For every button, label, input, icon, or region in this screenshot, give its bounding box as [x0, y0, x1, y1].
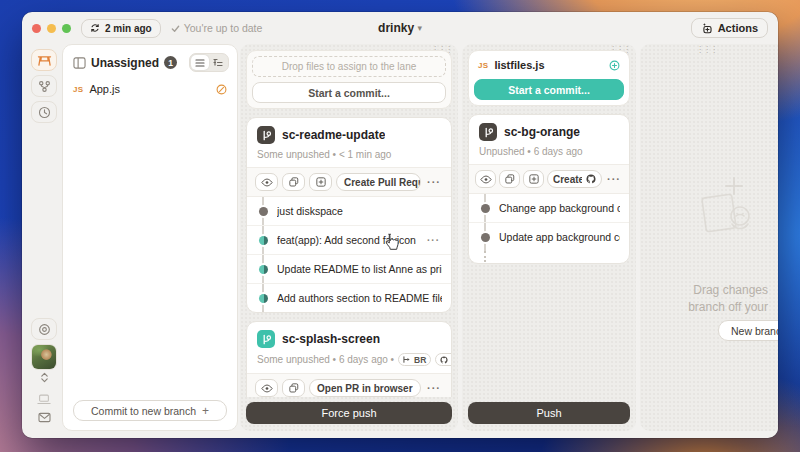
app-window: 2 min ago You're up to date drinky ▾ Act… — [22, 12, 778, 438]
feedback-button[interactable] — [31, 412, 57, 423]
added-status-icon — [609, 60, 620, 71]
clock-icon — [38, 106, 51, 119]
uncommitted-card: Drop files to assign to the lane Start a… — [246, 50, 452, 109]
branch-header[interactable]: sc-bg-orange Unpushed • 6 days ago — [469, 115, 629, 164]
minimize-window-button[interactable] — [47, 24, 56, 33]
copy-icon — [289, 383, 299, 393]
copy-branch-button[interactable] — [282, 379, 305, 397]
commit-to-new-branch-button[interactable]: Commit to new branch + — [73, 400, 227, 421]
br-chip-label: BR — [414, 355, 426, 365]
new-branch-label: New branch — [731, 325, 778, 337]
add-pr-number-button[interactable] — [309, 173, 332, 191]
review-button[interactable] — [255, 173, 278, 191]
commit-row[interactable]: Change app background color t... — [469, 194, 629, 223]
branch-header[interactable]: sc-splash-screen Some unpushed • 6 days … — [247, 322, 451, 373]
file-row-listfiles[interactable]: JS listfiles.js — [474, 56, 624, 74]
pr-chip[interactable]: PR — [435, 353, 452, 366]
branch-meta-text: Some unpushed • < 1 min ago — [257, 149, 391, 160]
start-commit-button[interactable]: Start a commit... — [474, 79, 624, 100]
drop-hint: Drop files to assign to the lane — [282, 61, 417, 72]
sync-label: 2 min ago — [105, 23, 152, 34]
unassigned-header: Unassigned 1 — [63, 45, 237, 78]
branch-icon — [257, 330, 275, 348]
copy-branch-button[interactable] — [499, 170, 520, 188]
status-up-to-date: You're up to date — [171, 22, 263, 34]
file-name: listfiles.js — [494, 59, 544, 71]
new-branch-button[interactable]: New branch — [718, 320, 778, 341]
list-icon — [195, 59, 205, 67]
list-view-button[interactable] — [191, 55, 209, 70]
device-button[interactable] — [31, 394, 57, 405]
square-plus-icon — [529, 174, 539, 184]
drag-illustration — [696, 174, 762, 244]
review-button[interactable] — [255, 379, 278, 397]
eye-icon — [261, 384, 273, 393]
branch-menu-button[interactable]: ··· — [605, 173, 623, 185]
create-pr-label: Create Pull Request — [344, 177, 421, 188]
close-window-button[interactable] — [32, 24, 41, 33]
commit-row[interactable]: Add authors section to README file — [247, 284, 451, 312]
branch-meta: Some unpushed • < 1 min ago — [257, 149, 441, 160]
settings-button[interactable] — [31, 318, 57, 340]
lane-scroll-area[interactable]: JS listfiles.js Start a commit... — [468, 50, 630, 397]
force-push-button[interactable]: Force push — [246, 402, 452, 424]
check-icon — [171, 24, 180, 33]
lane-readme: ⋮⋮⋮ Drop files to assign to the lane Sta… — [240, 44, 458, 431]
history-button[interactable] — [31, 101, 57, 123]
modified-status-icon — [216, 84, 227, 95]
lane-scroll-area[interactable]: Drop files to assign to the lane Start a… — [246, 50, 452, 397]
commit-list: Change app background color t... Update … — [469, 194, 629, 251]
window-controls — [32, 24, 71, 33]
branch-menu-button[interactable]: ··· — [425, 382, 443, 394]
branches-button[interactable] — [31, 75, 57, 97]
push-label: Push — [536, 407, 561, 419]
commit-dot-pushed — [259, 294, 268, 303]
commit-row[interactable]: Update app background color t... — [469, 223, 629, 251]
create-pull-request-button[interactable]: Create Pull Req... — [547, 170, 602, 188]
board-icon — [73, 57, 86, 69]
drop-zone[interactable]: Drop files to assign to the lane — [252, 56, 446, 77]
user-avatar[interactable] — [31, 344, 57, 370]
lane-drag-handle[interactable]: ⋮⋮⋮ — [696, 45, 717, 55]
js-file-icon: JS — [478, 61, 488, 70]
actions-button[interactable]: Actions — [691, 18, 768, 38]
commit-row[interactable]: feat(app): Add second favicon to web ...… — [247, 226, 451, 255]
account-switcher[interactable] — [31, 372, 57, 383]
commit-row[interactable]: just diskspace — [247, 197, 451, 226]
branch-card-readme-update: sc-readme-update Some unpushed • < 1 min… — [246, 117, 452, 313]
commit-list: just diskspace feat(app): Add second fav… — [247, 197, 451, 312]
copy-icon — [289, 177, 299, 187]
commit-message: Update app background color t... — [499, 231, 620, 243]
push-button[interactable]: Push — [468, 402, 630, 424]
commit-row[interactable]: Update README to list Anne as primary au… — [247, 255, 451, 284]
start-commit-button[interactable]: Start a commit... — [252, 82, 446, 103]
branch-menu-button[interactable]: ··· — [425, 176, 443, 188]
tree-view-button[interactable] — [209, 55, 227, 70]
sync-button[interactable]: 2 min ago — [81, 19, 161, 38]
empty-lane-hint: Drag changes branch off your — [688, 282, 768, 316]
left-rail — [26, 46, 60, 432]
add-pr-number-button[interactable] — [523, 170, 544, 188]
remote-branch-chip[interactable]: BR — [398, 353, 431, 366]
js-file-icon: JS — [73, 85, 83, 94]
branch-meta: Unpushed • 6 days ago — [479, 146, 619, 157]
branch-meta-text: Some unpushed • 6 days ago • — [257, 354, 394, 365]
open-pr-label: Open PR in browser — [317, 383, 413, 394]
tree-icon — [213, 58, 223, 67]
commit-message: just diskspace — [277, 205, 442, 217]
chevron-down-icon: ▾ — [417, 23, 422, 33]
open-pr-in-browser-button[interactable]: Open PR in browser — [309, 379, 421, 397]
create-pull-request-button[interactable]: Create Pull Request — [336, 173, 421, 191]
branch-meta: Some unpushed • 6 days ago • BR PR — [257, 353, 441, 366]
hint-line-1: Drag changes — [688, 282, 768, 299]
file-row-appjs[interactable]: JS App.js — [63, 78, 237, 100]
branch-icon — [479, 123, 497, 141]
branch-header[interactable]: sc-readme-update Some unpushed • < 1 min… — [247, 118, 451, 167]
chevron-up-down-icon — [40, 372, 49, 383]
commit-menu-button[interactable]: ··· — [425, 235, 442, 246]
workspace-button[interactable] — [31, 49, 57, 71]
zoom-window-button[interactable] — [62, 24, 71, 33]
copy-branch-button[interactable] — [282, 173, 305, 191]
branch-name: sc-readme-update — [282, 128, 385, 142]
review-button[interactable] — [475, 170, 496, 188]
